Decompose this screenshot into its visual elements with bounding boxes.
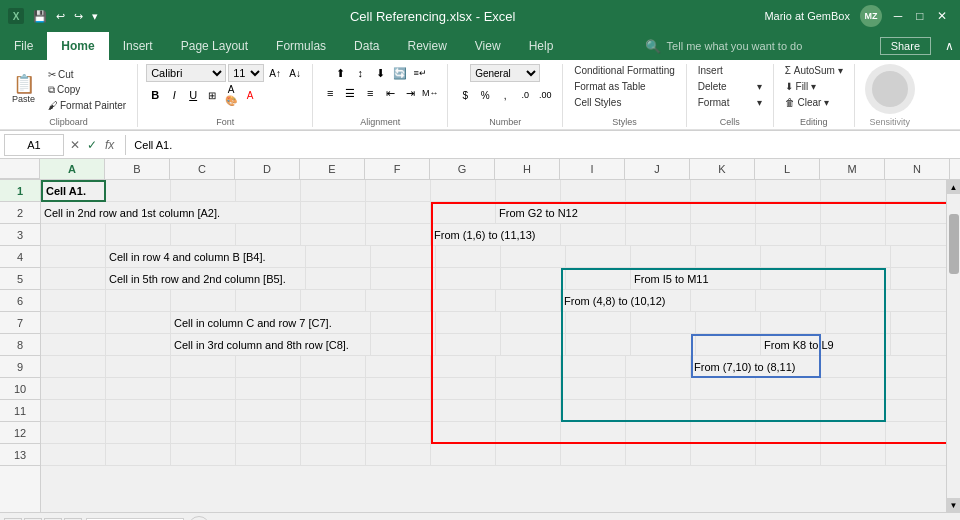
add-sheet-btn[interactable]: + bbox=[188, 516, 210, 521]
row-num-12[interactable]: 12 bbox=[0, 422, 40, 444]
col-header-N[interactable]: N bbox=[885, 159, 950, 179]
cell-N1[interactable] bbox=[886, 180, 946, 202]
merge-btn[interactable]: M↔ bbox=[421, 84, 439, 102]
cell-E11[interactable] bbox=[301, 400, 366, 422]
cell-H10[interactable] bbox=[496, 378, 561, 400]
align-left-btn[interactable]: ≡ bbox=[321, 84, 339, 102]
cell-A4[interactable] bbox=[41, 246, 106, 268]
cell-B3[interactable] bbox=[106, 224, 171, 246]
cell-K8[interactable]: From K8 to L9 bbox=[761, 334, 891, 356]
cell-I3[interactable] bbox=[561, 224, 626, 246]
cell-C1[interactable] bbox=[171, 180, 236, 202]
row-num-1[interactable]: 1 bbox=[0, 180, 40, 202]
v-scroll-thumb[interactable] bbox=[949, 214, 959, 274]
cell-J13[interactable] bbox=[626, 444, 691, 466]
cell-D6[interactable] bbox=[236, 290, 301, 312]
align-center-btn[interactable]: ☰ bbox=[341, 84, 359, 102]
borders-btn[interactable]: ⊞ bbox=[203, 86, 221, 104]
cell-I4[interactable] bbox=[631, 246, 696, 268]
col-header-M[interactable]: M bbox=[820, 159, 885, 179]
cell-M7[interactable] bbox=[891, 312, 946, 334]
cell-K2[interactable] bbox=[756, 202, 821, 224]
cell-M4[interactable] bbox=[891, 246, 946, 268]
cell-H4[interactable] bbox=[566, 246, 631, 268]
cell-C9[interactable] bbox=[171, 356, 236, 378]
cell-C12[interactable] bbox=[171, 422, 236, 444]
cell-B8[interactable] bbox=[106, 334, 171, 356]
cell-I13[interactable] bbox=[561, 444, 626, 466]
cell-J1[interactable] bbox=[626, 180, 691, 202]
cell-L3[interactable] bbox=[756, 224, 821, 246]
cell-F7[interactable] bbox=[436, 312, 501, 334]
cell-L2[interactable] bbox=[821, 202, 886, 224]
cell-M3[interactable] bbox=[821, 224, 886, 246]
cell-F6[interactable] bbox=[366, 290, 431, 312]
row-num-8[interactable]: 8 bbox=[0, 334, 40, 356]
undo-qat-btn[interactable]: ↩ bbox=[53, 8, 68, 25]
cell-E3[interactable] bbox=[301, 224, 366, 246]
font-size-select[interactable]: 11 bbox=[228, 64, 264, 82]
align-top-btn[interactable]: ⬆ bbox=[331, 64, 349, 82]
cell-A8[interactable] bbox=[41, 334, 106, 356]
cell-I5[interactable]: From I5 to M11 bbox=[631, 268, 761, 290]
cell-G9[interactable] bbox=[431, 356, 496, 378]
cell-M6[interactable] bbox=[821, 290, 886, 312]
cell-F3[interactable] bbox=[366, 224, 431, 246]
cell-A2[interactable]: Cell in 2nd row and 1st column [A2]. bbox=[41, 202, 301, 224]
cell-M9[interactable] bbox=[821, 356, 886, 378]
cell-G6[interactable] bbox=[431, 290, 496, 312]
cell-C11[interactable] bbox=[171, 400, 236, 422]
wrap-text-btn[interactable]: ≡↵ bbox=[411, 64, 429, 82]
cell-E12[interactable] bbox=[301, 422, 366, 444]
percent-btn[interactable]: % bbox=[476, 86, 494, 104]
cell-J3[interactable] bbox=[626, 224, 691, 246]
cell-D1[interactable] bbox=[236, 180, 301, 202]
cell-A3[interactable] bbox=[41, 224, 106, 246]
decrease-decimal-btn[interactable]: .0 bbox=[516, 86, 534, 104]
v-scroll-up-btn[interactable]: ▲ bbox=[947, 180, 961, 194]
redo-qat-btn[interactable]: ↪ bbox=[71, 8, 86, 25]
cell-E10[interactable] bbox=[301, 378, 366, 400]
cell-A6[interactable] bbox=[41, 290, 106, 312]
cell-B11[interactable] bbox=[106, 400, 171, 422]
cell-H5[interactable] bbox=[566, 268, 631, 290]
maximize-btn[interactable]: □ bbox=[910, 6, 930, 26]
cell-D12[interactable] bbox=[236, 422, 301, 444]
col-header-F[interactable]: F bbox=[365, 159, 430, 179]
cell-G11[interactable] bbox=[431, 400, 496, 422]
cell-G1[interactable] bbox=[431, 180, 496, 202]
cell-N13[interactable] bbox=[886, 444, 946, 466]
cell-N10[interactable] bbox=[886, 378, 946, 400]
cell-K1[interactable] bbox=[691, 180, 756, 202]
cell-M10[interactable] bbox=[821, 378, 886, 400]
cell-F12[interactable] bbox=[366, 422, 431, 444]
cell-L5[interactable] bbox=[826, 268, 891, 290]
cell-A13[interactable] bbox=[41, 444, 106, 466]
cell-I2[interactable] bbox=[626, 202, 691, 224]
align-middle-btn[interactable]: ↕ bbox=[351, 64, 369, 82]
cell-E1[interactable] bbox=[301, 180, 366, 202]
cell-J8[interactable] bbox=[696, 334, 761, 356]
cell-C8[interactable]: Cell in 3rd column and 8th row [C8]. bbox=[171, 334, 371, 356]
cell-E8[interactable] bbox=[371, 334, 436, 356]
cell-I6[interactable]: From (4,8) to (10,12) bbox=[561, 290, 691, 312]
cell-K12[interactable] bbox=[691, 422, 756, 444]
tab-data[interactable]: Data bbox=[340, 32, 393, 60]
tab-insert[interactable]: Insert bbox=[109, 32, 167, 60]
save-qat-btn[interactable]: 💾 bbox=[30, 8, 50, 25]
cell-C3[interactable] bbox=[171, 224, 236, 246]
v-scroll-down-btn[interactable]: ▼ bbox=[947, 498, 961, 512]
cut-button[interactable]: ✂ Cut bbox=[45, 68, 129, 81]
col-header-C[interactable]: C bbox=[170, 159, 235, 179]
qat-dropdown-btn[interactable]: ▾ bbox=[89, 8, 101, 25]
row-num-5[interactable]: 5 bbox=[0, 268, 40, 290]
row-num-9[interactable]: 9 bbox=[0, 356, 40, 378]
share-btn[interactable]: Share bbox=[880, 37, 931, 55]
decrease-indent-btn[interactable]: ⇤ bbox=[381, 84, 399, 102]
cell-A1[interactable]: Cell A1. bbox=[41, 180, 106, 202]
number-format-select[interactable]: General bbox=[470, 64, 540, 82]
row-num-4[interactable]: 4 bbox=[0, 246, 40, 268]
tab-page-layout[interactable]: Page Layout bbox=[167, 32, 262, 60]
cell-E4[interactable] bbox=[371, 246, 436, 268]
cell-D3[interactable] bbox=[236, 224, 301, 246]
